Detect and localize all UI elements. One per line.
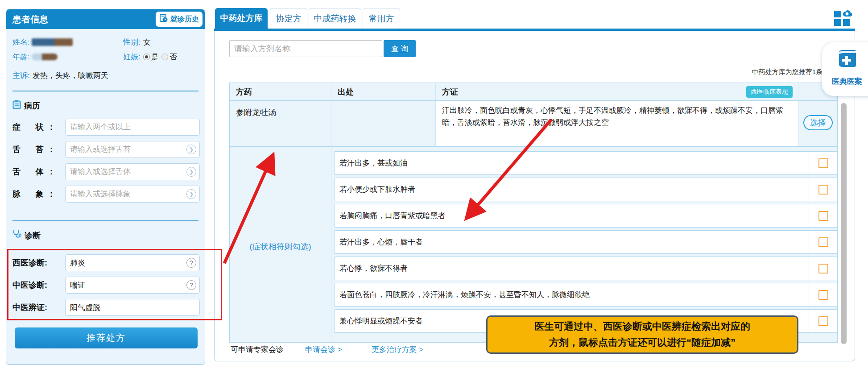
apps-grid-cloud-icon[interactable] [833, 10, 853, 29]
tongue-body-label: 舌 体: [12, 166, 65, 177]
symptom-field [65, 119, 200, 136]
diagnosis-section-title: 诊断 [25, 230, 41, 241]
symptom-checkbox[interactable] [818, 290, 828, 300]
symptom-checkbox[interactable] [818, 237, 828, 247]
tab-herbal-prescription-library[interactable]: 中药处方库 [215, 8, 268, 29]
tcm-diagnosis-help-icon[interactable]: ? [186, 280, 196, 290]
stethoscope-icon [12, 229, 21, 241]
tab-patent-medicine-conversion[interactable]: 中成药转换 [309, 8, 361, 29]
pulse-input[interactable] [70, 190, 195, 199]
tongue-body-picker-icon[interactable]: ❯ [186, 167, 196, 177]
column-header-source: 出处 [331, 83, 436, 100]
gender-label: 性别: [123, 37, 141, 47]
medical-canon-float-button[interactable]: 医典医案 [822, 42, 868, 96]
western-diagnosis-input[interactable] [70, 258, 195, 267]
divider [12, 220, 198, 221]
visit-history-button[interactable]: 就诊历史 [155, 11, 203, 27]
symptom-row[interactable]: 若小便少或下肢水肿者 [335, 178, 838, 201]
gender-value: 女 [143, 37, 151, 47]
pregnancy-yes-radio[interactable] [143, 54, 150, 60]
chief-complaint-value: 发热，头疼，咳嗽两天 [33, 70, 108, 81]
pregnancy-no-label: 否 [169, 52, 177, 62]
tooltip-line-2: 方剂，鼠标点击方证还可以进行“随症加减” [549, 335, 736, 351]
app-window: 患者信息 就诊历史 姓名: 性别: 女 年龄: 妊娠: 是 否 主诉: [0, 0, 868, 377]
tab-common-prescriptions[interactable]: 常用方 [363, 8, 400, 29]
checklist-hint: (症状相符则勾选) [230, 241, 331, 252]
tcm-syndrome-label: 中医辨证: [12, 302, 65, 313]
pregnancy-no-radio[interactable] [161, 54, 168, 60]
medical-record-icon [12, 100, 21, 112]
checklist-hint-cell: (症状相符则勾选) [230, 147, 331, 342]
symptom-row[interactable]: 若汗出多，心烦，唇干者 [335, 230, 838, 254]
prescription-row: 参附龙牡汤 汗出肢冷，面色晄白或青灰，心悸气短，手足不温或厥冷，精神萎顿，欲寐不… [230, 101, 837, 147]
recommend-prescription-button[interactable]: 推荐处方 [15, 327, 198, 348]
tcm-syndrome-input[interactable] [70, 303, 195, 312]
select-formula-button[interactable]: 选择 [803, 115, 833, 130]
symptom-input[interactable] [70, 123, 195, 132]
tongue-coating-picker-icon[interactable]: ❯ [186, 145, 196, 154]
formula-search-input[interactable] [229, 40, 382, 57]
table-header-row: 方药 出处 方证 西医临床表现 [230, 83, 837, 101]
western-diagnosis-help-icon[interactable]: ? [186, 258, 196, 268]
patient-info-panel: 患者信息 就诊历史 姓名: 性别: 女 年龄: 妊娠: 是 否 主诉: [6, 9, 205, 365]
prescription-library-content: 查 询 中药处方库为您推荐1条数据 方药 出处 方证 西医临床表现 参附龙牡汤 … [214, 31, 855, 361]
vertical-scrollbar[interactable] [841, 103, 847, 344]
tcm-syndrome-field [65, 299, 200, 316]
request-consult-link[interactable]: 申请会诊 > [305, 344, 342, 355]
tongue-coating-label: 舌 苔: [12, 144, 65, 155]
symptom-row[interactable]: 若汗出多，甚或如油 [335, 151, 838, 175]
symptom-row[interactable]: 若面色苍白，四肢厥冷，冷汗淋漓，烦躁不安，甚至昏不知人，脉微细欲绝 [335, 283, 838, 307]
symptom-checkbox[interactable] [818, 158, 828, 168]
column-header-formula: 方药 [230, 83, 331, 100]
formula-name-cell[interactable]: 参附龙牡汤 [230, 101, 331, 146]
tongue-coating-input[interactable] [70, 145, 195, 154]
annotation-tooltip: 医生可通过中、西医诊断或中医辨症检索出对应的 方剂，鼠标点击方证还可以进行“随症… [486, 315, 798, 354]
action-cell: 选择 [798, 101, 837, 146]
name-label: 姓名: [12, 37, 30, 47]
symptom-checkbox[interactable] [818, 264, 828, 273]
tab-agreed-prescriptions[interactable]: 协定方 [270, 8, 307, 29]
pulse-label: 脉 象: [12, 189, 65, 199]
pulse-field: ❯ [65, 186, 200, 203]
symptom-label: 症 状: [12, 122, 65, 133]
tcm-diagnosis-input[interactable] [70, 281, 195, 290]
divider [12, 91, 198, 91]
source-cell [331, 101, 436, 146]
medical-record-section-title: 病历 [24, 100, 40, 111]
book-plus-icon [835, 49, 859, 73]
tooltip-line-1: 医生可通过中、西医诊断或中医辨症检索出对应的 [534, 319, 750, 335]
western-diagnosis-field: ? [65, 254, 200, 271]
tcm-diagnosis-label: 中医诊断: [12, 280, 65, 290]
history-doc-clock-icon [159, 14, 168, 25]
age-label: 年龄: [12, 52, 30, 62]
symptom-checkbox[interactable] [818, 185, 828, 195]
pulse-picker-icon[interactable]: ❯ [186, 189, 196, 199]
tab-underline-strip [214, 29, 855, 31]
western-diagnosis-label: 西医诊断: [12, 257, 65, 268]
patient-name-redacted [32, 38, 73, 46]
column-header-indication: 方证 西医临床表现 [436, 83, 798, 100]
search-button[interactable]: 查 询 [384, 40, 416, 57]
indication-cell[interactable]: 汗出肢冷，面色晄白或青灰，心悸气短，手足不温或厥冷，精神萎顿，欲寐不得，或烦躁不… [436, 101, 798, 146]
tongue-body-field: ❯ [65, 163, 200, 180]
tongue-coating-field: ❯ [65, 141, 200, 158]
symptom-checkbox[interactable] [818, 316, 828, 326]
tcm-diagnosis-field: ? [65, 277, 200, 294]
tongue-body-input[interactable] [70, 167, 195, 176]
prescription-table: 方药 出处 方证 西医临床表现 参附龙牡汤 汗出肢冷，面色晄白或青灰，心悸气短，… [229, 83, 838, 343]
medical-canon-label: 医典医案 [832, 76, 862, 87]
chief-complaint-label: 主诉: [12, 70, 30, 81]
western-clinical-manifestation-badge[interactable]: 西医临床表现 [746, 86, 793, 98]
symptom-row[interactable]: 若心悸，欲寐不得者 [335, 257, 838, 280]
patient-age-redacted [32, 54, 58, 60]
expert-consult-text: 可申请专家会诊 [231, 344, 284, 355]
pregnancy-yes-label: 是 [151, 52, 159, 62]
symptom-checkbox[interactable] [818, 211, 828, 221]
more-treatment-plans-link[interactable]: 更多治疗方案 > [372, 344, 424, 355]
symptom-row[interactable]: 若胸闷胸痛，口唇青紫或暗黑者 [335, 204, 838, 228]
pregnancy-label: 妊娠: [123, 52, 141, 62]
